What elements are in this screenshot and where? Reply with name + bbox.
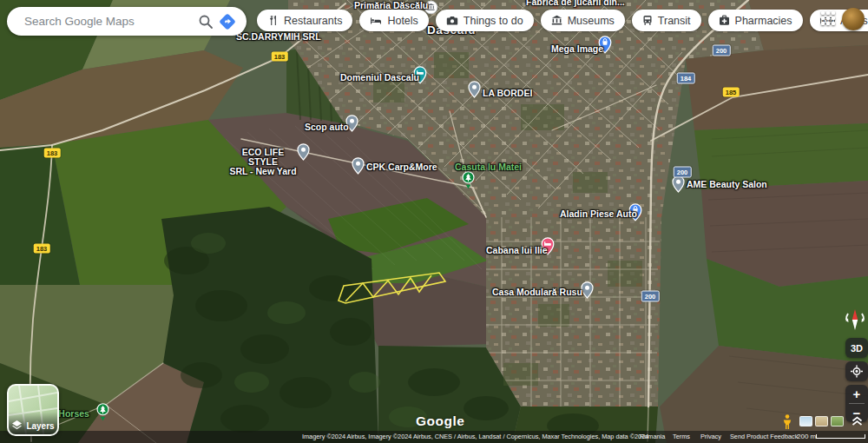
pharmacies-icon: [719, 15, 730, 26]
road-badge-183: 183: [272, 52, 288, 62]
map-label-sc-darrymih[interactable]: SC.DARRYMIH SRL: [236, 31, 321, 42]
google-logo: Google: [416, 413, 464, 429]
category-pill-transit[interactable]: Transit: [632, 10, 701, 31]
layers-label: Layers: [26, 421, 54, 431]
map-pin-casa-modulara-rusu[interactable]: [581, 281, 594, 299]
category-pill-museums[interactable]: Museums: [541, 10, 625, 31]
map-pin-eco-life[interactable]: [297, 143, 310, 161]
things-to-do-icon: [446, 15, 458, 26]
map-label-mega-image[interactable]: Mega Image: [551, 43, 603, 54]
search-icon[interactable]: [196, 12, 215, 31]
footer-feedback-link[interactable]: Send Product Feedback: [730, 433, 798, 440]
map-label-cpk-carp-more[interactable]: CPK Carp&More: [366, 162, 437, 172]
satellite-imagery[interactable]: [0, 0, 868, 443]
road-badge-185: 185: [723, 88, 740, 97]
road-badge-183: 183: [34, 244, 50, 254]
footer-country[interactable]: Romania: [640, 433, 665, 440]
layers-diamond-icon: [11, 420, 23, 431]
map-label-la-bordei[interactable]: LA BORDEI: [483, 88, 532, 98]
road-badge-184: 184: [677, 73, 695, 84]
map-label-ame-beauty-salon[interactable]: AME Beauty Salon: [687, 179, 767, 189]
scale-label[interactable]: 200 m: [797, 433, 816, 440]
map-pin-ame-beauty-salon[interactable]: [672, 175, 685, 193]
map-label-cabana-lui-ilie[interactable]: Cabana lui Ilie: [486, 245, 548, 255]
category-label: Hotels: [387, 15, 418, 27]
road-badge-200: 200: [674, 167, 692, 178]
directions-icon[interactable]: [215, 10, 240, 34]
imagery-thumb-field[interactable]: [815, 416, 828, 426]
transit-icon: [642, 15, 653, 26]
layers-button[interactable]: Layers: [7, 384, 59, 436]
map-label-eco-life[interactable]: ECO LIFE STYLESRL - New Yard: [227, 148, 299, 176]
map-label-scop-auto[interactable]: Scop auto: [305, 122, 349, 132]
category-label: Transit: [658, 15, 691, 27]
map-pin-la-bordei[interactable]: [468, 81, 481, 98]
google-maps-app: SC.DARRYMIH SRLPrimăria DăscăluDascăluFa…: [0, 0, 868, 443]
category-label: Pharmacies: [735, 15, 792, 27]
road-badge-200: 200: [641, 291, 660, 302]
category-pill-restaurants[interactable]: Restaurants: [257, 10, 352, 31]
compass-control[interactable]: [842, 307, 868, 333]
3d-button[interactable]: 3D: [845, 338, 868, 358]
footer-privacy-link[interactable]: Privacy: [700, 433, 721, 440]
road-badge-183: 183: [44, 149, 61, 158]
category-pills: RestaurantsHotelsThings to doMuseumsTran…: [257, 10, 868, 31]
imagery-thumb-sky[interactable]: [799, 416, 812, 426]
map-label-casuta-lu-matei[interactable]: Casuta lu Matei: [455, 162, 522, 172]
map-pin-horses[interactable]: [95, 403, 110, 421]
map-label-domeniul-dascalu[interactable]: Domeniul Dascalu: [340, 72, 419, 83]
map-label-aladin-piese-auto[interactable]: Aladin Piese Auto: [560, 208, 637, 219]
imagery-thumbnails[interactable]: [799, 416, 844, 426]
restaurants-icon: [267, 15, 279, 26]
museums-icon: [551, 15, 562, 26]
category-label: Restaurants: [284, 15, 342, 27]
category-pill-pharmacies[interactable]: Pharmacies: [708, 10, 803, 31]
category-label: Things to do: [464, 15, 523, 27]
google-apps-grid-icon[interactable]: [821, 11, 838, 29]
map-label-fabrica-jucarii[interactable]: Fabrica de jucării din...: [526, 0, 625, 7]
search-input[interactable]: [23, 14, 196, 29]
map-label-casa-modulara-rusu[interactable]: Casa Modulară Rusu: [492, 287, 582, 297]
my-location-button[interactable]: [845, 361, 868, 381]
category-pill-hotels[interactable]: Hotels: [359, 10, 428, 31]
user-avatar[interactable]: [842, 8, 865, 30]
search-bar[interactable]: [7, 7, 247, 36]
zoom-in-button[interactable]: +: [845, 385, 868, 403]
pegman-icon[interactable]: [782, 414, 792, 430]
collapse-chevron-icon[interactable]: [851, 415, 864, 426]
road-badge-200: 200: [713, 45, 731, 56]
imagery-attribution: Imagery ©2024 Airbus, Imagery ©2024 Airb…: [302, 433, 648, 440]
category-label: Museums: [568, 15, 615, 27]
category-pill-things-to-do[interactable]: Things to do: [436, 10, 534, 31]
imagery-thumb-green[interactable]: [831, 416, 844, 426]
scale-bar: [816, 434, 865, 439]
hotels-icon: [370, 15, 382, 26]
footer-terms-link[interactable]: Terms: [673, 433, 690, 440]
map-pin-cpk-carp-more[interactable]: [352, 157, 365, 175]
map-pin-casuta-lu-matei[interactable]: [461, 171, 476, 189]
